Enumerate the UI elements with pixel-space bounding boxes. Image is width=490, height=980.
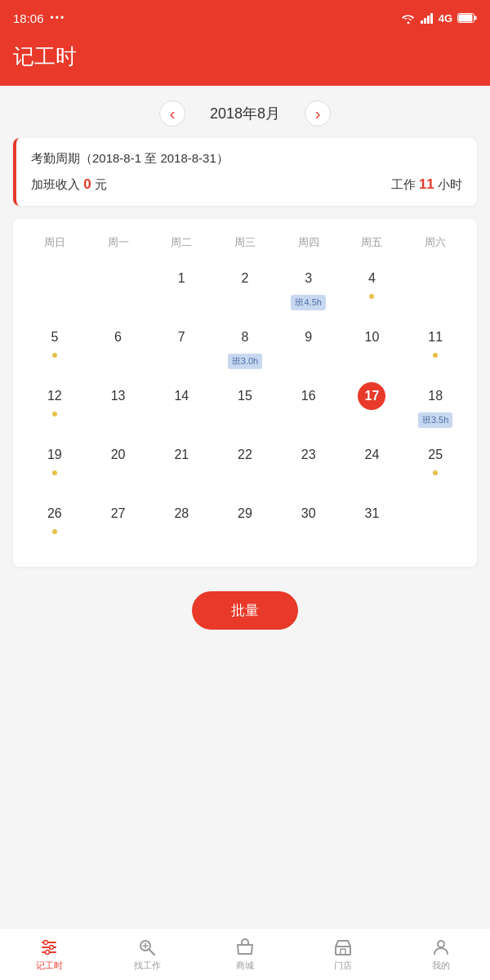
day-number: 5	[41, 323, 69, 351]
day-number-empty	[105, 265, 132, 292]
weekday-sat: 周六	[403, 232, 467, 256]
calendar-cell[interactable]: 6	[87, 318, 150, 377]
shift-badge: 班4.5h	[291, 295, 325, 310]
day-dot	[433, 470, 438, 475]
calendar-cell[interactable]: 9	[277, 318, 341, 377]
battery-icon	[457, 13, 477, 23]
svg-point-11	[50, 945, 54, 949]
day-number: 31	[358, 500, 385, 528]
calendar-cell[interactable]: 21	[149, 436, 213, 495]
day-number: 1	[167, 265, 195, 292]
calendar-cell[interactable]: 20	[87, 436, 150, 495]
calendar-cell[interactable]: 14	[149, 377, 213, 436]
overtime-pre: 加班收入	[31, 177, 83, 191]
calendar-cell[interactable]: 26	[23, 495, 87, 554]
shift-badge: 班3.5h	[418, 412, 452, 428]
day-number: 25	[421, 441, 449, 469]
day-dot	[433, 353, 438, 358]
day-number: 20	[105, 441, 132, 469]
calendar-cell[interactable]: 25	[403, 436, 467, 495]
calendar-cell[interactable]: 30	[277, 495, 341, 554]
nav-item-timework[interactable]: 记工时	[0, 929, 98, 980]
nav-label-mine: 我的	[432, 960, 450, 972]
signal-icon	[421, 12, 434, 24]
calendar-cell[interactable]: 2	[213, 260, 277, 318]
batch-button[interactable]: 批量	[192, 591, 298, 630]
calendar-cell[interactable]: 13	[87, 377, 150, 436]
calendar-cell[interactable]: 3班4.5h	[277, 260, 341, 318]
day-number: 17	[358, 382, 385, 410]
page-header: 记工时	[0, 36, 490, 86]
calendar-cell[interactable]: 31	[341, 495, 404, 554]
calendar-header: 周日 周一 周二 周三 周四 周五 周六	[23, 232, 467, 256]
work-pre: 工作	[391, 177, 419, 191]
calendar-cell[interactable]: 23	[277, 436, 341, 495]
calendar-cell[interactable]: 17	[341, 377, 404, 436]
calendar-cell	[23, 260, 87, 318]
svg-point-19	[438, 941, 444, 947]
day-dot	[52, 470, 57, 475]
shift-badge: 班3.0h	[228, 354, 262, 369]
svg-rect-5	[459, 15, 473, 22]
calendar-cell[interactable]: 7	[149, 318, 213, 377]
nav-item-shop[interactable]: 商城	[196, 929, 294, 980]
prev-month-button[interactable]: ‹	[159, 100, 185, 127]
day-number: 7	[167, 323, 195, 351]
svg-rect-2	[427, 16, 430, 24]
work-suf: 小时	[434, 177, 462, 191]
calendar-cell[interactable]: 29	[213, 495, 277, 554]
weekday-tue: 周二	[149, 232, 213, 256]
day-number: 24	[358, 441, 385, 469]
calendar-cell[interactable]: 28	[149, 495, 213, 554]
day-number: 12	[41, 382, 69, 410]
calendar-cell[interactable]: 19	[23, 436, 87, 495]
day-dot	[52, 353, 57, 358]
calendar-cell[interactable]: 11	[403, 318, 467, 377]
nav-item-findjob[interactable]: 找工作	[98, 929, 196, 980]
nav-label-findjob: 找工作	[134, 960, 161, 972]
nav-label-store: 门店	[334, 960, 352, 972]
day-number: 10	[358, 323, 385, 351]
calendar-cell	[87, 260, 150, 318]
findjob-icon	[137, 938, 157, 957]
status-bar: 18:06 ••• 4G	[0, 0, 490, 36]
calendar-cell[interactable]: 10	[341, 318, 404, 377]
bottom-navigation: 记工时 找工作 商城 门店 我的	[0, 928, 490, 980]
status-time: 18:06	[13, 11, 44, 25]
timework-icon	[39, 938, 59, 957]
status-icons: 4G	[401, 12, 477, 24]
svg-rect-3	[430, 13, 433, 24]
nav-item-mine[interactable]: 我的	[392, 929, 490, 980]
calendar-cell[interactable]: 27	[87, 495, 150, 554]
calendar-cell[interactable]: 16	[277, 377, 341, 436]
day-number: 21	[167, 441, 195, 469]
day-number: 9	[295, 323, 323, 351]
calendar-cell[interactable]: 5	[23, 318, 87, 377]
calendar-cell	[403, 495, 467, 554]
day-number-empty	[421, 500, 449, 528]
day-number: 26	[41, 500, 69, 528]
svg-rect-1	[424, 18, 426, 24]
calendar-cell[interactable]: 18班3.5h	[403, 377, 467, 436]
day-number: 2	[231, 265, 259, 292]
day-number: 4	[358, 265, 385, 292]
nav-item-store[interactable]: 门店	[294, 929, 392, 980]
calendar-cell[interactable]: 8班3.0h	[213, 318, 277, 377]
calendar-cell[interactable]: 15	[213, 377, 277, 436]
calendar-cell[interactable]: 24	[341, 436, 404, 495]
calendar-cell[interactable]: 12	[23, 377, 87, 436]
calendar-cell[interactable]: 1	[149, 260, 213, 318]
work-value: 11	[419, 176, 434, 192]
current-month-label: 2018年8月	[210, 104, 280, 123]
calendar-cell[interactable]: 4	[341, 260, 404, 318]
day-number: 8	[231, 323, 259, 351]
day-number: 28	[167, 500, 195, 528]
calendar-cell[interactable]: 22	[213, 436, 277, 495]
attendance-period: 考勤周期（2018-8-1 至 2018-8-31）	[31, 151, 462, 167]
svg-rect-0	[421, 20, 423, 24]
weekday-sun: 周日	[23, 232, 87, 256]
day-number: 22	[231, 441, 259, 469]
next-month-button[interactable]: ›	[305, 100, 331, 127]
shop-icon	[235, 938, 255, 957]
day-number: 6	[105, 323, 132, 351]
